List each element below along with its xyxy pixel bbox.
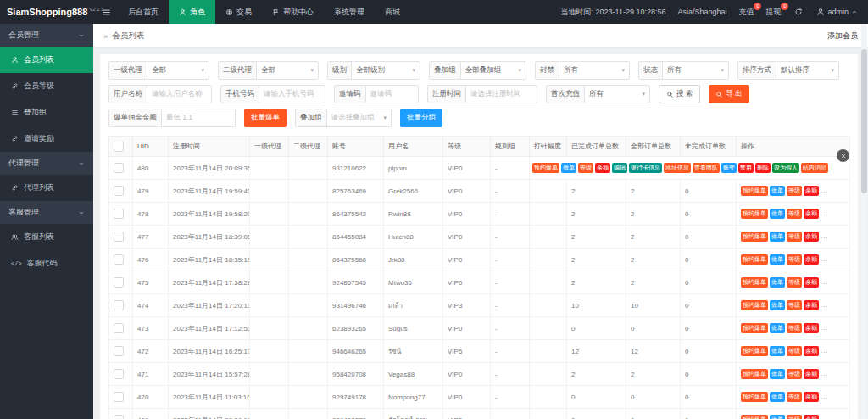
action-reserve-burst-button[interactable]: 预约爆单 (741, 346, 768, 356)
action-balance-button[interactable]: 余额 (804, 209, 819, 219)
recharge-link[interactable]: 充值 0 (738, 7, 754, 18)
action-reserve-burst-button[interactable]: 预约爆单 (532, 163, 559, 173)
stack-group2-select[interactable]: 请选择叠加组▾ (327, 109, 392, 126)
sidebar-group-service-mgmt[interactable]: 客服管理 (0, 201, 93, 224)
row-checkbox[interactable] (114, 369, 124, 379)
more-actions-button[interactable]: ... (821, 232, 829, 240)
sidebar-group-member-mgmt[interactable]: 会员管理 (0, 24, 93, 47)
action-bank-card-info-button[interactable]: 银行卡信息 (629, 163, 662, 173)
action-level-button[interactable]: 等级 (787, 392, 802, 402)
action-set-fake-user-button[interactable]: 设为假人 (772, 163, 799, 173)
level-select[interactable]: 全部级别▾ (352, 62, 420, 79)
action-reserve-burst-button[interactable]: 预约爆单 (741, 415, 768, 419)
more-actions-button[interactable]: ... (821, 324, 829, 332)
action-make-order-button[interactable]: 做单 (770, 415, 785, 419)
row-checkbox[interactable] (114, 323, 124, 333)
action-level-button[interactable]: 等级 (787, 415, 802, 419)
action-make-order-button[interactable]: 做单 (770, 392, 785, 402)
action-level-button[interactable]: 等级 (787, 300, 802, 310)
ban-select[interactable]: 所有▾ (559, 62, 629, 79)
row-checkbox[interactable] (114, 346, 124, 356)
action-make-order-button[interactable]: 做单 (770, 300, 785, 310)
select-all-checkbox[interactable] (114, 142, 124, 152)
scrollbar-track[interactable] (861, 24, 867, 419)
burst-amount-input[interactable]: 最低 1.1 (162, 109, 235, 126)
more-actions-button[interactable]: ... (821, 301, 829, 309)
sidebar-item-agent-list[interactable]: 代理列表 (0, 175, 93, 201)
action-make-order-button[interactable]: 做单 (770, 277, 785, 288)
sidebar-item-member-list[interactable]: 会员列表 (0, 47, 93, 73)
scrollbar-thumb[interactable] (861, 49, 867, 193)
sidebar-item-stack-group[interactable]: 叠加组 (0, 99, 93, 126)
sidebar-item-invite-reward[interactable]: 邀请奖励 (0, 126, 93, 152)
sidebar-item-service-code[interactable]: </>客服代码 (0, 250, 93, 277)
row-checkbox[interactable] (114, 392, 124, 402)
action-balance-button[interactable]: 余额 (804, 232, 819, 242)
action-level-button[interactable]: 等级 (787, 186, 802, 196)
hamburger-icon[interactable] (95, 0, 118, 24)
action-balance-button[interactable]: 余额 (804, 277, 819, 288)
more-actions-button[interactable]: ... (821, 210, 829, 217)
nav-item-roles[interactable]: 角色 (169, 0, 215, 24)
action-balance-button[interactable]: 余额 (595, 163, 610, 173)
nav-item-mall[interactable]: 商城 (375, 0, 410, 24)
action-disable-button[interactable]: 禁用 (738, 163, 754, 173)
action-level-button[interactable]: 等级 (787, 254, 802, 265)
row-checkbox[interactable] (114, 232, 124, 242)
nav-item-help-center[interactable]: 帮助中心 (262, 0, 324, 24)
batch-group-button[interactable]: 批量分组 (400, 109, 442, 127)
user-menu[interactable]: admin (816, 8, 858, 16)
sidebar-item-service-list[interactable]: 客服列表 (0, 224, 93, 250)
action-reserve-burst-button[interactable]: 预约爆单 (741, 232, 768, 242)
username-input[interactable]: 请输入用户名称 (147, 86, 211, 103)
row-checkbox[interactable] (114, 415, 124, 419)
first-recharge-select[interactable]: 所有▾ (585, 86, 649, 103)
status-select[interactable]: 所有▾ (663, 62, 728, 79)
action-level-button[interactable]: 等级 (578, 163, 593, 173)
action-make-order-button[interactable]: 做单 (770, 232, 785, 242)
action-level-button[interactable]: 等级 (787, 369, 802, 379)
action-reserve-burst-button[interactable]: 预约爆单 (741, 300, 768, 310)
export-button[interactable]: 导 出 (709, 85, 748, 103)
invite-code-input[interactable]: 邀请码 (366, 86, 419, 103)
close-actions-button[interactable] (837, 149, 849, 162)
action-level-button[interactable]: 等级 (787, 277, 802, 288)
row-checkbox[interactable] (114, 254, 124, 265)
reg-time-input[interactable]: 请选择注册时间 (466, 86, 537, 103)
action-edit-button[interactable]: 编辑 (612, 163, 627, 173)
nav-item-system[interactable]: 系统管理 (324, 0, 375, 24)
nav-item-trade[interactable]: 交易 (215, 0, 262, 24)
action-make-order-button[interactable]: 做单 (770, 369, 785, 379)
nav-item-home[interactable]: 后台首页 (118, 0, 169, 24)
more-actions-button[interactable]: ... (821, 255, 829, 263)
action-balance-button[interactable]: 余额 (804, 392, 819, 402)
action-reserve-burst-button[interactable]: 预约爆单 (741, 186, 768, 196)
more-actions-button[interactable]: ... (821, 370, 829, 377)
action-make-order-button[interactable]: 做单 (770, 346, 785, 356)
more-actions-button[interactable]: ... (821, 393, 829, 400)
more-actions-button[interactable]: ... (821, 416, 829, 419)
row-checkbox[interactable] (114, 277, 124, 288)
row-checkbox[interactable] (114, 209, 124, 219)
action-reserve-burst-button[interactable]: 预约爆单 (741, 392, 768, 402)
action-make-order-button[interactable]: 做单 (770, 254, 785, 265)
more-actions-button[interactable]: ... (821, 347, 829, 355)
action-make-order-button[interactable]: 做单 (770, 323, 785, 333)
search-button[interactable]: 搜 索 (659, 85, 700, 103)
more-actions-button[interactable]: ... (821, 187, 829, 194)
agent1-select[interactable]: 全部▾ (147, 62, 209, 79)
action-delete-button[interactable]: 删除 (755, 163, 771, 173)
action-balance-button[interactable]: 余额 (804, 300, 819, 310)
sidebar-item-member-level[interactable]: 会员等级 (0, 73, 93, 99)
action-level-button[interactable]: 等级 (787, 346, 802, 356)
action-balance-button[interactable]: 余额 (804, 346, 819, 356)
stack-group-select[interactable]: 全部叠加组▾ (461, 62, 526, 79)
action-balance-button[interactable]: 余额 (804, 369, 819, 379)
action-level-button[interactable]: 等级 (787, 209, 802, 219)
action-make-order-button[interactable]: 做单 (770, 209, 785, 219)
action-reserve-burst-button[interactable]: 预约爆单 (741, 254, 768, 265)
action-make-order-button[interactable]: 做单 (561, 163, 576, 173)
action-reserve-burst-button[interactable]: 预约爆单 (741, 277, 768, 288)
action-reserve-burst-button[interactable]: 预约爆单 (741, 369, 768, 379)
sidebar-group-agent-mgmt[interactable]: 代理管理 (0, 152, 93, 175)
